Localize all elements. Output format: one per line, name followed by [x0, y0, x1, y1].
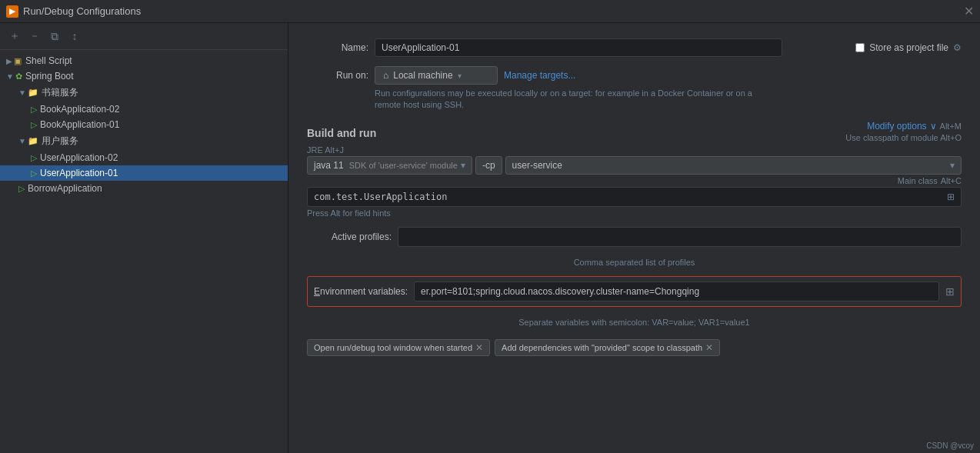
folder-icon-user: 📁	[28, 136, 38, 146]
build-run-section: Build and run Modify options ∨ Alt+M Use…	[307, 121, 962, 218]
run-hint: Run configurations may be executed local…	[375, 88, 759, 112]
title-bar: ▶ Run/Debug Configurations ✕	[0, 0, 980, 23]
active-profiles-input[interactable]	[398, 227, 962, 247]
expand-arrow-shell: ▶	[6, 57, 12, 65]
comma-hint: Comma separated list of profiles	[307, 258, 962, 267]
jre-hint: JRE Alt+J	[307, 145, 344, 155]
config-tree: ▶ ▣ Shell Script ▼ ✿ Spring Boot ▼ 📁 书籍服…	[0, 50, 288, 199]
expand-arrow-user: ▼	[18, 137, 26, 145]
build-run-title: Build and run	[307, 127, 376, 139]
add-config-button[interactable]: ＋	[6, 28, 23, 45]
run-icon-user02: ▷	[31, 153, 37, 163]
main-class-field[interactable]: com.test.UserApplication ⊞	[307, 187, 962, 207]
shell-icon: ▣	[14, 56, 22, 66]
close-button[interactable]: ✕	[964, 5, 974, 18]
tag-open-window: Open run/debug tool window when started …	[307, 339, 490, 356]
folder-icon-book: 📁	[28, 88, 38, 98]
main-container: ＋ － ⧉ ↕ ▶ ▣ Shell Script ▼ ✿ Spring Boot…	[0, 23, 980, 453]
press-hint: Press Alt for field hints	[307, 208, 962, 218]
cp-arrow: ▾	[950, 160, 955, 171]
java-classpath-row: java 11 SDK of 'user-service' module ▾ -…	[307, 156, 962, 175]
cp-value-select[interactable]: user-service ▾	[505, 156, 962, 175]
manage-targets-link[interactable]: Manage targets...	[504, 70, 575, 81]
active-profiles-row: Active profiles:	[307, 227, 962, 247]
app-icon: ▶	[6, 5, 18, 18]
main-class-browse-icon[interactable]: ⊞	[947, 192, 955, 202]
bottom-tags: Open run/debug tool window when started …	[307, 339, 962, 356]
sidebar-item-shell-script[interactable]: ▶ ▣ Shell Script	[0, 53, 288, 68]
java-sdk-text: SDK of 'user-service' module	[347, 161, 458, 170]
sidebar: ＋ － ⧉ ↕ ▶ ▣ Shell Script ▼ ✿ Spring Boot…	[0, 23, 288, 453]
watermark: CSDN @vcoy	[926, 441, 974, 450]
sidebar-toolbar: ＋ － ⧉ ↕	[0, 23, 288, 50]
env-vars-label: Environment variables:	[314, 286, 408, 297]
run-on-value: Local machine	[393, 70, 452, 81]
run-icon-book01: ▷	[31, 120, 37, 130]
spring-icon: ✿	[15, 72, 22, 82]
java-version-select[interactable]: java 11 SDK of 'user-service' module ▾	[307, 156, 472, 175]
env-variables-section: Environment variables: ⊞	[307, 276, 962, 307]
env-browse-icon[interactable]: ⊞	[945, 285, 955, 298]
sidebar-item-user-service[interactable]: ▼ 📁 用户服务	[0, 132, 288, 150]
dropdown-arrow: ▾	[458, 72, 462, 80]
expand-arrow-book: ▼	[18, 88, 26, 97]
right-panel: Name: Store as project file ⚙ Run on: ⌂ …	[288, 23, 980, 453]
run-on-section: Run on: ⌂ Local machine ▾ Manage targets…	[307, 66, 962, 112]
tag-add-deps: Add dependencies with "provided" scope t…	[495, 339, 720, 356]
run-icon-borrow: ▷	[18, 184, 25, 194]
sidebar-item-user-app-01[interactable]: ▷ UserApplication-01	[0, 165, 288, 181]
name-label: Name:	[307, 42, 368, 53]
build-run-header: Build and run Modify options ∨ Alt+M Use…	[307, 121, 962, 142]
remove-config-button[interactable]: －	[26, 28, 43, 45]
env-sep-hint: Separate variables with semicolon: VAR=v…	[307, 318, 962, 327]
active-profiles-label: Active profiles:	[307, 231, 392, 242]
sidebar-item-user-app-02[interactable]: ▷ UserApplication-02	[0, 150, 288, 165]
run-icon-book02: ▷	[31, 105, 37, 115]
name-input[interactable]	[375, 38, 782, 57]
expand-arrow-spring: ▼	[6, 72, 14, 81]
env-vars-input[interactable]	[414, 281, 939, 301]
store-project-row: Store as project file ⚙	[855, 42, 962, 53]
sidebar-item-book-app-01[interactable]: ▷ BookApplication-01	[0, 117, 288, 132]
local-machine-icon: ⌂	[383, 70, 388, 81]
modify-options-link[interactable]: Modify options ∨ Alt+M	[867, 121, 962, 132]
dialog-title: Run/Debug Configurations	[23, 5, 141, 17]
sidebar-item-borrow-app[interactable]: ▷ BorrowApplication	[0, 181, 288, 196]
copy-config-button[interactable]: ⧉	[46, 28, 63, 45]
store-project-label: Store as project file	[869, 42, 948, 53]
tag-open-window-close[interactable]: ✕	[475, 342, 483, 353]
use-classpath-hint: Use classpath of module Alt+O	[845, 133, 962, 142]
sidebar-item-book-service[interactable]: ▼ 📁 书籍服务	[0, 84, 288, 102]
cp-label: -cp	[475, 156, 502, 175]
run-on-label: Run on:	[307, 70, 368, 81]
run-on-select[interactable]: ⌂ Local machine ▾	[375, 66, 498, 85]
modify-shortcut: Alt+M	[940, 122, 962, 131]
sidebar-item-spring-boot[interactable]: ▼ ✿ Spring Boot	[0, 68, 288, 84]
store-project-checkbox[interactable]	[855, 43, 865, 52]
jre-hint-row: JRE Alt+J	[307, 145, 962, 155]
tag-add-deps-close[interactable]: ✕	[705, 342, 713, 353]
name-row: Name: Store as project file ⚙	[307, 38, 962, 57]
main-class-hint: Main class Alt+C	[307, 176, 962, 185]
sidebar-item-book-app-02[interactable]: ▷ BookApplication-02	[0, 102, 288, 117]
sort-config-button[interactable]: ↕	[66, 28, 83, 45]
run-icon-user01: ▷	[31, 168, 37, 178]
run-on-controls: ⌂ Local machine ▾ Manage targets... Run …	[375, 66, 759, 112]
java-select-arrow: ▾	[461, 160, 465, 171]
java-version: java 11	[314, 160, 344, 171]
gear-icon[interactable]: ⚙	[953, 42, 962, 53]
